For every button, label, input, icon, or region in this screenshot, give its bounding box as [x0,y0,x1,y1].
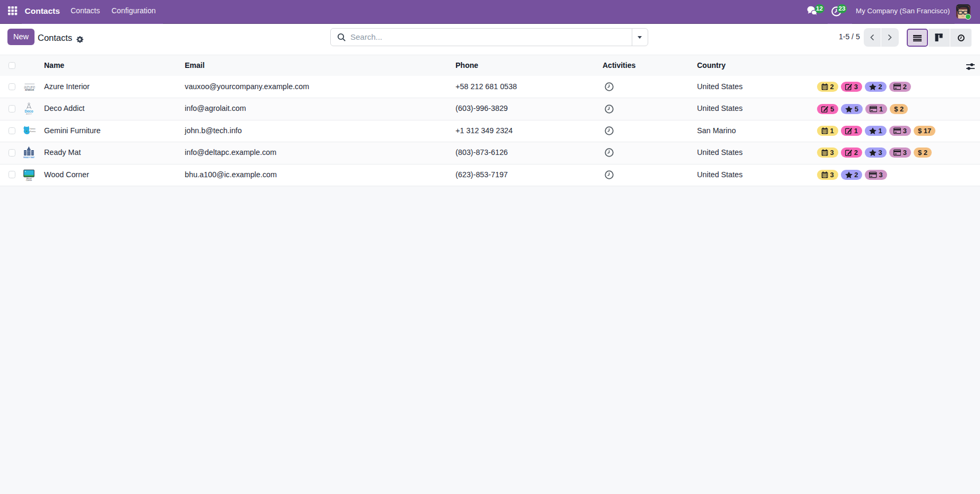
svg-text:Gemini: Gemini [30,128,36,130]
svg-text:ADDICT: ADDICT [26,113,32,115]
svg-text:READY MAT: READY MAT [23,157,35,159]
svg-text:INTERIOR: INTERIOR [25,89,35,91]
svg-text:Furniture: Furniture [30,130,36,132]
svg-text:Corner: Corner [26,179,32,181]
